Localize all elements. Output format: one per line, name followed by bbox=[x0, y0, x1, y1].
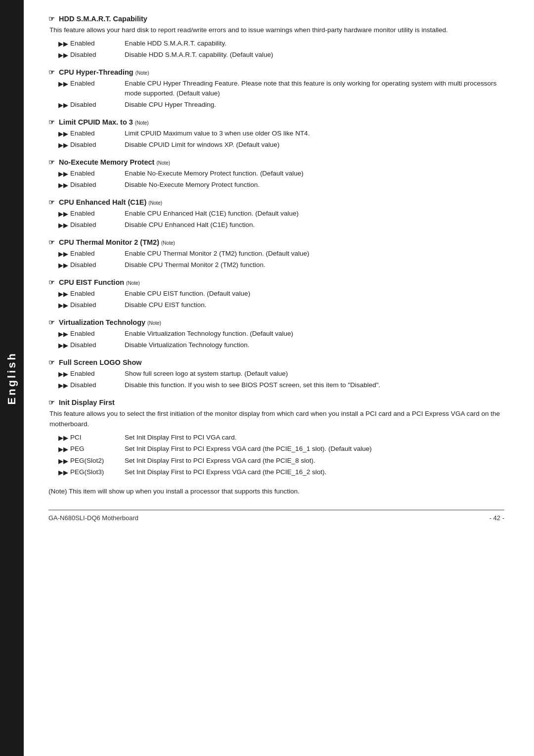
bullet-icon: ▶▶ bbox=[58, 221, 68, 230]
cursor-icon-no-execute: ☞ bbox=[48, 158, 55, 166]
bullet-icon: ▶▶ bbox=[58, 50, 68, 60]
bullet-icon: ▶▶ bbox=[58, 180, 68, 190]
options-no-execute: ▶▶EnabledEnable No-Execute Memory Protec… bbox=[58, 169, 504, 190]
option-desc: Disable this function. If you wish to se… bbox=[125, 380, 504, 390]
sidebar-label: English bbox=[5, 352, 18, 404]
note-text: (Note) This item will show up when you i… bbox=[48, 488, 300, 495]
options-cpu-hyperthreading: ▶▶EnabledEnable CPU Hyper Threading Feat… bbox=[58, 79, 504, 110]
bullet-icon: ▶▶ bbox=[58, 289, 68, 299]
option-row: ▶▶DisabledDisable CPU EIST function. bbox=[58, 300, 504, 311]
bullet-icon: ▶▶ bbox=[58, 169, 68, 179]
section-no-execute: ☞No-Execute Memory Protect(Note)▶▶Enable… bbox=[48, 158, 504, 190]
bullet-icon: ▶▶ bbox=[58, 468, 68, 478]
title-text-cpu-eist: CPU EIST Function bbox=[59, 278, 124, 286]
cursor-icon-limit-cpuid: ☞ bbox=[48, 118, 55, 126]
section-title-cpu-eist: ☞CPU EIST Function(Note) bbox=[48, 278, 504, 286]
option-row: ▶▶EnabledEnable No-Execute Memory Protec… bbox=[58, 169, 504, 179]
option-desc: Disable CPUID Limit for windows XP. (Def… bbox=[125, 140, 504, 150]
option-label: Disabled bbox=[70, 180, 125, 190]
option-label: Enabled bbox=[70, 369, 125, 379]
bullet-icon: ▶▶ bbox=[58, 209, 68, 219]
bullet-icon: ▶▶ bbox=[58, 100, 68, 110]
options-init-display: ▶▶PCISet Init Display First to PCI VGA c… bbox=[58, 433, 504, 478]
option-label: Disabled bbox=[70, 100, 125, 110]
options-limit-cpuid: ▶▶EnabledLimit CPUID Maximum value to 3 … bbox=[58, 129, 504, 150]
bullet-icon: ▶▶ bbox=[58, 129, 68, 139]
section-virtualization: ☞Virtualization Technology(Note)▶▶Enable… bbox=[48, 318, 504, 351]
bullet-icon: ▶▶ bbox=[58, 341, 68, 351]
option-desc: Disable CPU Enhanced Halt (C1E) function… bbox=[125, 220, 504, 230]
section-title-full-screen-logo: ☞Full Screen LOGO Show bbox=[48, 358, 504, 366]
option-row: ▶▶PEG(Slot2)Set Init Display First to PC… bbox=[58, 456, 504, 466]
option-label: Disabled bbox=[70, 260, 125, 270]
option-desc: Limit CPUID Maximum value to 3 when use … bbox=[125, 129, 504, 138]
note-sup-virtualization: (Note) bbox=[147, 320, 161, 326]
section-title-cpu-enhanced-halt: ☞CPU Enhanced Halt (C1E)(Note) bbox=[48, 198, 504, 206]
sidebar: English bbox=[0, 0, 24, 756]
option-desc: Disable CPU Thermal Monitor 2 (TM2) func… bbox=[125, 260, 504, 270]
option-desc: Enable No-Execute Memory Protect functio… bbox=[125, 169, 504, 178]
option-row: ▶▶EnabledEnable HDD S.M.A.R.T. capabilit… bbox=[58, 39, 504, 49]
option-desc: Set Init Display First to PCI Express VG… bbox=[125, 444, 504, 454]
option-row: ▶▶DisabledDisable this function. If you … bbox=[58, 380, 504, 391]
footer: GA-N680SLI-DQ6 Motherboard - 42 - bbox=[48, 514, 504, 522]
bullet-icon: ▶▶ bbox=[58, 79, 68, 89]
cursor-icon-cpu-enhanced-halt: ☞ bbox=[48, 198, 55, 206]
title-text-cpu-hyperthreading: CPU Hyper-Threading bbox=[59, 68, 134, 76]
option-row: ▶▶EnabledEnable CPU Thermal Monitor 2 (T… bbox=[58, 249, 504, 259]
option-desc: Show full screen logo at system startup.… bbox=[125, 369, 504, 379]
bullet-icon: ▶▶ bbox=[58, 301, 68, 311]
options-cpu-enhanced-halt: ▶▶EnabledEnable CPU Enhanced Halt (C1E) … bbox=[58, 209, 504, 230]
option-desc: Enable CPU Thermal Monitor 2 (TM2) funct… bbox=[125, 249, 504, 259]
title-text-no-execute: No-Execute Memory Protect bbox=[59, 158, 154, 166]
bullet-icon: ▶▶ bbox=[58, 329, 68, 339]
options-cpu-thermal-monitor: ▶▶EnabledEnable CPU Thermal Monitor 2 (T… bbox=[58, 249, 504, 270]
option-label: Disabled bbox=[70, 140, 125, 150]
options-full-screen-logo: ▶▶EnabledShow full screen logo at system… bbox=[58, 369, 504, 391]
section-cpu-eist: ☞CPU EIST Function(Note)▶▶EnabledEnable … bbox=[48, 278, 504, 311]
option-label: Enabled bbox=[70, 39, 125, 48]
option-label: Enabled bbox=[70, 79, 125, 89]
footer-right: - 42 - bbox=[490, 514, 504, 522]
option-row: ▶▶PEG(Slot3)Set Init Display First to PC… bbox=[58, 467, 504, 478]
section-title-cpu-thermal-monitor: ☞CPU Thermal Monitor 2 (TM2)(Note) bbox=[48, 238, 504, 246]
bullet-icon: ▶▶ bbox=[58, 249, 68, 259]
bullet-icon: ▶▶ bbox=[58, 381, 68, 391]
option-row: ▶▶DisabledDisable CPU Thermal Monitor 2 … bbox=[58, 260, 504, 270]
bullet-icon: ▶▶ bbox=[58, 369, 68, 379]
option-row: ▶▶DisabledDisable Virtualization Technol… bbox=[58, 340, 504, 351]
section-title-limit-cpuid: ☞Limit CPUID Max. to 3(Note) bbox=[48, 118, 504, 126]
option-label: Disabled bbox=[70, 50, 125, 60]
bullet-icon: ▶▶ bbox=[58, 140, 68, 150]
option-row: ▶▶DisabledDisable CPU Enhanced Halt (C1E… bbox=[58, 220, 504, 230]
option-label: Enabled bbox=[70, 329, 125, 339]
option-label: PEG(Slot3) bbox=[70, 467, 125, 477]
section-desc-init-display: This feature allows you to select the fi… bbox=[49, 409, 504, 430]
bullet-icon: ▶▶ bbox=[58, 456, 68, 466]
options-virtualization: ▶▶EnabledEnable Virtualization Technolog… bbox=[58, 329, 504, 351]
option-label: Disabled bbox=[70, 220, 125, 230]
option-row: ▶▶DisabledDisable HDD S.M.A.R.T. capabil… bbox=[58, 50, 504, 60]
option-desc: Set Init Display First to PCI VGA card. bbox=[125, 433, 504, 443]
section-title-virtualization: ☞Virtualization Technology(Note) bbox=[48, 318, 504, 326]
option-label: Enabled bbox=[70, 209, 125, 219]
option-desc: Enable CPU Hyper Threading Feature. Plea… bbox=[125, 79, 504, 99]
title-text-virtualization: Virtualization Technology bbox=[59, 318, 145, 326]
note-section: (Note) This item will show up when you i… bbox=[48, 488, 504, 495]
option-label: Enabled bbox=[70, 289, 125, 299]
option-desc: Enable Virtualization Technology functio… bbox=[125, 329, 504, 339]
option-row: ▶▶PCISet Init Display First to PCI VGA c… bbox=[58, 433, 504, 443]
options-hdd-smart: ▶▶EnabledEnable HDD S.M.A.R.T. capabilit… bbox=[58, 39, 504, 60]
footer-left: GA-N680SLI-DQ6 Motherboard bbox=[48, 514, 138, 522]
option-desc: Set Init Display First to PCI Express VG… bbox=[125, 456, 504, 466]
section-full-screen-logo: ☞Full Screen LOGO Show▶▶EnabledShow full… bbox=[48, 358, 504, 391]
page-container: English ☞HDD S.M.A.R.T. CapabilityThis f… bbox=[0, 0, 534, 756]
cursor-icon-virtualization: ☞ bbox=[48, 318, 55, 326]
option-label: Disabled bbox=[70, 340, 125, 350]
option-label: PEG bbox=[70, 444, 125, 454]
footer-divider bbox=[48, 510, 504, 510]
options-cpu-eist: ▶▶EnabledEnable CPU EIST function. (Defa… bbox=[58, 289, 504, 311]
option-label: Disabled bbox=[70, 300, 125, 310]
option-row: ▶▶EnabledEnable Virtualization Technolog… bbox=[58, 329, 504, 339]
option-row: ▶▶DisabledDisable CPU Hyper Threading. bbox=[58, 100, 504, 110]
